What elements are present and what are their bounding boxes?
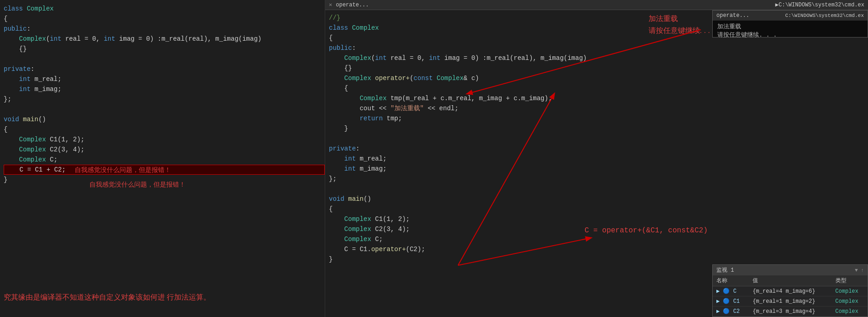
watch-value-c2: {m_real=3 m_imag=4}: [749, 306, 831, 317]
watch-row: ▶ 🔵 C2 {m_real=3 m_imag=4} Complex: [713, 306, 868, 317]
code-line: Complex C;: [4, 155, 325, 165]
keyword: class: [4, 4, 27, 14]
code-line: Complex operator+(const Complex& c): [329, 73, 868, 83]
terminal-title-bar: operate... C:\WINDOWS\system32\cmd.ex: [713, 11, 868, 21]
watch-row: ▶ 🔵 C1 {m_real=1 m_imag=2} Complex: [713, 296, 868, 306]
arrow-annotation: C = operator+(&C1, const&C2): [584, 226, 708, 235]
code-line: Complex C1(1, 2);: [329, 214, 868, 224]
code-line: int m_imag;: [329, 164, 868, 174]
highlighted-code-line: C = C1 + C2; 自我感觉没什么问题，但是报错！: [4, 165, 325, 175]
code-line: Complex C2(3, 4);: [4, 145, 325, 155]
watch-panel: 监视 1 ▼ ↑ 名称 值 类型 ▶ 🔵 C {m_real=4 m_imag=…: [712, 264, 868, 317]
terminal-line2: 请按任意键继续. . .: [717, 31, 863, 39]
watch-name-c: ▶ 🔵 C: [713, 286, 749, 296]
code-line: private:: [329, 144, 868, 154]
watch-type-c: Complex: [832, 286, 868, 296]
code-line: Complex(int real = 0, int imag = 0) :m_r…: [4, 34, 325, 44]
cn-annotation: 加法重载 请按任意键继续. . .: [649, 13, 710, 36]
watch-col-value: 值: [749, 275, 831, 286]
watch-name-c1: ▶ 🔵 C1: [713, 296, 749, 306]
code-line: class Complex: [4, 4, 325, 14]
watch-col-name: 名称: [713, 275, 749, 286]
watch-table: 名称 值 类型 ▶ 🔵 C {m_real=4 m_imag=6} Comple…: [713, 275, 868, 317]
code-line: public:: [4, 24, 325, 34]
code-line: int m_real;: [4, 74, 325, 84]
code-line: C = C1.operator+(C2);: [329, 244, 868, 254]
code-line: [329, 134, 868, 144]
left-annotation: 究其缘由是编译器不知道这种自定义对象该如何进 行加法运算。: [4, 291, 211, 303]
code-line: void main(): [329, 194, 868, 204]
code-line: int m_imag;: [4, 84, 325, 94]
left-code-area: class Complex { public: Complex(int real…: [0, 0, 325, 188]
code-line: int m_real;: [329, 154, 868, 164]
watch-value-c1: {m_real=1 m_imag=2}: [749, 296, 831, 306]
code-line: Complex C1(1, 2);: [4, 134, 325, 145]
watch-type-c1: Complex: [832, 296, 868, 306]
code-line: public:: [329, 43, 868, 53]
watch-row: ▶ 🔵 C {m_real=4 m_imag=6} Complex: [713, 286, 868, 296]
code-line: [4, 104, 325, 114]
code-line: };: [329, 174, 868, 184]
error-annotation: 自我感觉没什么问题，但是报错！: [75, 165, 171, 175]
code-line: void main(): [4, 114, 325, 124]
code-line: return tmp;: [329, 113, 868, 124]
right-panel: ✕ operate... ▶ C:\WINDOWS\system32\cmd.e…: [325, 0, 868, 317]
code-line: Complex(int real = 0, int imag = 0) :m_r…: [329, 53, 868, 63]
code-line: {: [329, 83, 868, 93]
code-line: [329, 184, 868, 194]
code-line: {}: [4, 44, 325, 54]
code-line: private:: [4, 64, 325, 74]
code-line: }: [329, 254, 868, 264]
terminal-line1: 加法重载: [717, 22, 863, 31]
watch-col-type: 类型: [832, 275, 868, 286]
code-line: };: [4, 94, 325, 104]
terminal-overlay: operate... C:\WINDOWS\system32\cmd.ex 加法…: [712, 10, 868, 38]
watch-title: 监视 1 ▼ ↑: [713, 265, 868, 275]
code-line: {}: [329, 63, 868, 73]
code-line: {: [4, 124, 325, 134]
error-label: 自我感觉没什么问题，但是报错！: [89, 181, 186, 189]
code-line: Complex tmp(m_real + c.m_real, m_imag + …: [329, 93, 868, 103]
code-line: {: [329, 204, 868, 214]
code-line: {: [4, 14, 325, 24]
left-panel: class Complex { public: Complex(int real…: [0, 0, 325, 317]
watch-name-c2: ▶ 🔵 C2: [713, 306, 749, 317]
watch-type-c2: Complex: [832, 306, 868, 317]
watch-value-c: {m_real=4 m_imag=6}: [749, 286, 831, 296]
code-line: [4, 54, 325, 64]
code-line: cout << "加法重载" << endl;: [329, 103, 868, 113]
code-line: }: [329, 124, 868, 134]
right-title-bar: ✕ operate... ▶ C:\WINDOWS\system32\cmd.e…: [325, 0, 868, 10]
code-line: Complex C;: [329, 234, 868, 244]
